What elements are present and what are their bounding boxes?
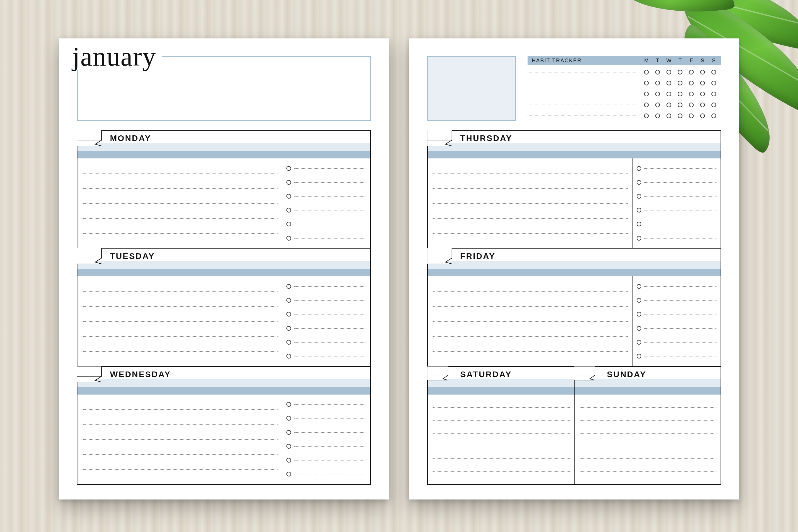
habit-circle-icon[interactable] bbox=[666, 114, 671, 118]
habit-circle-icon[interactable] bbox=[644, 70, 649, 75]
todo-item[interactable] bbox=[636, 208, 717, 212]
todo-item[interactable] bbox=[286, 298, 366, 303]
habit-cell[interactable] bbox=[708, 114, 719, 118]
habit-circle-icon[interactable] bbox=[711, 92, 716, 96]
checkbox-circle-icon[interactable] bbox=[286, 298, 291, 303]
habit-cell[interactable] bbox=[674, 70, 686, 75]
checkbox-circle-icon[interactable] bbox=[636, 208, 641, 212]
checkbox-circle-icon[interactable] bbox=[286, 326, 291, 331]
habit-label-line[interactable] bbox=[528, 83, 639, 83]
habit-circle-icon[interactable] bbox=[711, 102, 716, 107]
habit-cell[interactable] bbox=[708, 81, 719, 86]
notes-area[interactable] bbox=[77, 158, 282, 248]
checkbox-circle-icon[interactable] bbox=[286, 430, 291, 435]
todo-item[interactable] bbox=[286, 416, 366, 421]
checkbox-circle-icon[interactable] bbox=[286, 180, 291, 185]
notes-area[interactable] bbox=[77, 395, 282, 484]
habit-circle-icon[interactable] bbox=[655, 92, 660, 96]
todo-item[interactable] bbox=[286, 222, 366, 226]
habit-circle-icon[interactable] bbox=[666, 102, 671, 107]
habit-label-line[interactable] bbox=[528, 94, 639, 94]
todo-item[interactable] bbox=[286, 312, 366, 317]
checkbox-circle-icon[interactable] bbox=[636, 298, 641, 303]
todo-list[interactable] bbox=[632, 158, 721, 248]
todo-item[interactable] bbox=[636, 180, 717, 185]
habit-circle-icon[interactable] bbox=[655, 70, 660, 75]
habit-circle-icon[interactable] bbox=[689, 102, 694, 107]
habit-circle-icon[interactable] bbox=[655, 102, 660, 107]
habit-cell[interactable] bbox=[697, 92, 708, 96]
todo-item[interactable] bbox=[286, 444, 366, 449]
todo-item[interactable] bbox=[636, 340, 717, 345]
todo-item[interactable] bbox=[636, 166, 717, 171]
habit-cell[interactable] bbox=[652, 81, 663, 86]
checkbox-circle-icon[interactable] bbox=[286, 208, 291, 212]
checkbox-circle-icon[interactable] bbox=[286, 354, 291, 359]
habit-cell[interactable] bbox=[686, 70, 697, 75]
checkbox-circle-icon[interactable] bbox=[286, 222, 291, 226]
habit-cell[interactable] bbox=[697, 114, 708, 118]
habit-cell[interactable] bbox=[697, 81, 708, 86]
todo-list[interactable] bbox=[282, 395, 370, 484]
habit-cell[interactable] bbox=[686, 114, 697, 118]
todo-item[interactable] bbox=[636, 298, 717, 303]
habit-cell[interactable] bbox=[652, 102, 663, 107]
habit-circle-icon[interactable] bbox=[678, 114, 682, 118]
habit-circle-icon[interactable] bbox=[655, 81, 660, 86]
todo-item[interactable] bbox=[286, 402, 366, 407]
todo-list[interactable] bbox=[282, 158, 370, 248]
habit-cell[interactable] bbox=[663, 102, 674, 107]
checkbox-circle-icon[interactable] bbox=[286, 166, 291, 171]
habit-circle-icon[interactable] bbox=[700, 81, 705, 86]
notes-area[interactable] bbox=[428, 158, 632, 248]
habit-cell[interactable] bbox=[652, 114, 663, 118]
habit-circle-icon[interactable] bbox=[711, 114, 716, 118]
habit-cell[interactable] bbox=[674, 81, 686, 86]
todo-item[interactable] bbox=[636, 194, 717, 198]
habit-circle-icon[interactable] bbox=[666, 81, 671, 86]
checkbox-circle-icon[interactable] bbox=[286, 402, 291, 407]
todo-list[interactable] bbox=[632, 276, 721, 366]
todo-list[interactable] bbox=[282, 276, 370, 366]
habit-cell[interactable] bbox=[641, 102, 652, 107]
habit-circle-icon[interactable] bbox=[644, 92, 649, 96]
todo-item[interactable] bbox=[286, 354, 366, 359]
habit-cell[interactable] bbox=[674, 102, 686, 107]
habit-row[interactable] bbox=[528, 66, 721, 77]
habit-cell[interactable] bbox=[686, 102, 697, 107]
todo-item[interactable] bbox=[286, 284, 366, 289]
habit-cell[interactable] bbox=[708, 102, 719, 107]
habit-circle-icon[interactable] bbox=[644, 81, 649, 86]
habit-circle-icon[interactable] bbox=[655, 114, 660, 118]
habit-circle-icon[interactable] bbox=[689, 114, 694, 118]
checkbox-circle-icon[interactable] bbox=[636, 194, 641, 198]
habit-cell[interactable] bbox=[663, 92, 674, 96]
habit-row[interactable] bbox=[528, 77, 721, 88]
habit-cell[interactable] bbox=[652, 92, 663, 96]
habit-cell[interactable] bbox=[686, 92, 697, 96]
checkbox-circle-icon[interactable] bbox=[286, 284, 291, 289]
habit-cell[interactable] bbox=[641, 114, 652, 118]
checkbox-circle-icon[interactable] bbox=[636, 312, 641, 317]
checkbox-circle-icon[interactable] bbox=[636, 354, 641, 359]
todo-item[interactable] bbox=[286, 458, 366, 462]
habit-cell[interactable] bbox=[663, 114, 674, 118]
checkbox-circle-icon[interactable] bbox=[286, 340, 291, 345]
habit-cell[interactable] bbox=[686, 81, 697, 86]
checkbox-circle-icon[interactable] bbox=[286, 236, 291, 241]
habit-circle-icon[interactable] bbox=[689, 70, 694, 75]
habit-label-line[interactable] bbox=[528, 72, 639, 72]
habit-cell[interactable] bbox=[674, 92, 686, 96]
todo-item[interactable] bbox=[636, 236, 717, 241]
checkbox-circle-icon[interactable] bbox=[286, 472, 291, 476]
checkbox-circle-icon[interactable] bbox=[286, 312, 291, 317]
habit-cell[interactable] bbox=[641, 92, 652, 96]
habit-circle-icon[interactable] bbox=[666, 70, 671, 75]
habit-cell[interactable] bbox=[641, 70, 652, 75]
habit-circle-icon[interactable] bbox=[678, 81, 682, 86]
todo-item[interactable] bbox=[636, 222, 717, 226]
habit-circle-icon[interactable] bbox=[666, 92, 671, 96]
habit-cell[interactable] bbox=[652, 70, 663, 75]
todo-item[interactable] bbox=[636, 354, 717, 359]
todo-item[interactable] bbox=[636, 312, 717, 317]
